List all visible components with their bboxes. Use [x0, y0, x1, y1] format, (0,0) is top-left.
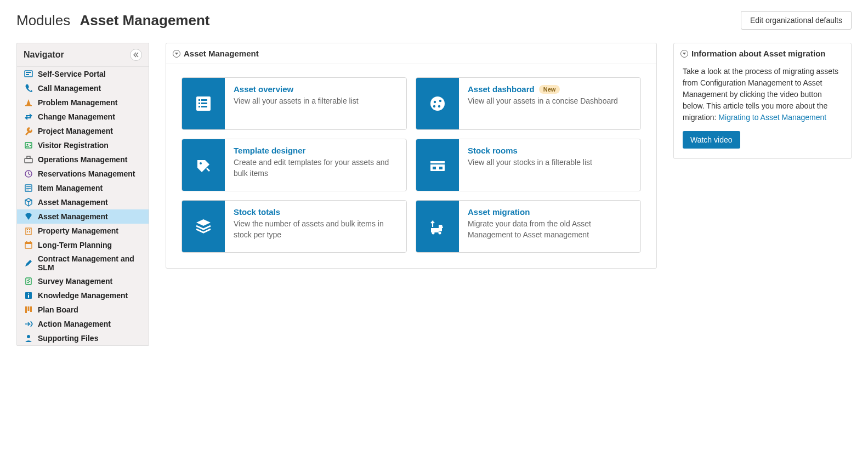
svg-point-51 [432, 232, 435, 235]
sidebar-item-asset-management[interactable]: Asset Management [17, 209, 149, 224]
sidebar-item-asset-management[interactable]: Asset Management [17, 195, 149, 209]
sidebar-item-operations-management[interactable]: Operations Management [17, 152, 149, 167]
card-body: Stock roomsView all your stocks in a fil… [459, 139, 601, 191]
breadcrumb: Modules Asset Management [16, 12, 209, 29]
sidebar-item-change-management[interactable]: Change Management [17, 110, 149, 124]
cone-icon [24, 98, 33, 107]
card-asset-migration[interactable]: Asset migrationMigrate your data from th… [416, 200, 641, 253]
card-desc: View all your assets in a filterable lis… [234, 96, 359, 107]
sidebar-item-self-service-portal[interactable]: Self-Service Portal [17, 67, 149, 81]
card-title: Asset overview [234, 84, 359, 94]
svg-rect-12 [26, 186, 31, 187]
cube-icon [24, 197, 33, 207]
chevron-double-left-icon [133, 52, 139, 58]
panel-header[interactable]: Asset Management [166, 43, 656, 64]
svg-rect-9 [27, 156, 30, 158]
svg-rect-37 [198, 106, 200, 107]
card-title: Stock rooms [468, 146, 592, 155]
svg-rect-21 [25, 242, 32, 244]
svg-rect-3 [25, 105, 32, 106]
info-icon [24, 291, 33, 300]
panel-title: Asset Management [184, 49, 259, 58]
sidebar-item-label: Long-Term Planning [38, 241, 112, 249]
svg-rect-18 [27, 231, 28, 232]
survey-icon [24, 276, 33, 286]
sidebar-item-action-management[interactable]: Action Management [17, 317, 149, 331]
sidebar-header: Navigator [17, 43, 149, 67]
sidebar-item-project-management[interactable]: Project Management [17, 124, 149, 138]
card-title-text: Stock rooms [468, 146, 518, 155]
sidebar-item-label: Item Management [38, 184, 103, 192]
sidebar-item-problem-management[interactable]: Problem Management [17, 95, 149, 110]
svg-rect-23 [30, 241, 31, 243]
svg-point-44 [200, 162, 202, 164]
sidebar-item-label: Operations Management [38, 155, 127, 164]
svg-rect-22 [26, 241, 27, 243]
info-panel: Information about Asset migration Take a… [673, 43, 852, 159]
card-template-designer[interactable]: Template designerCreate and edit templat… [181, 139, 407, 191]
sidebar-item-label: Asset Management [38, 198, 108, 207]
sidebar-item-label: Self-Service Portal [38, 70, 106, 78]
svg-rect-2 [26, 74, 29, 75]
sidebar-item-survey-management[interactable]: Survey Management [17, 274, 149, 288]
sidebar-item-label: Visitor Registration [38, 141, 109, 150]
collapse-triangle-icon [173, 50, 180, 58]
svg-rect-17 [29, 229, 30, 230]
template-icon [182, 139, 225, 191]
svg-point-43 [433, 105, 435, 107]
sidebar-item-label: Supporting Files [38, 334, 98, 343]
card-title: Stock totals [234, 207, 398, 217]
svg-rect-6 [30, 144, 31, 144]
card-title: Asset dashboardNew [468, 84, 618, 94]
card-title: Asset migration [468, 207, 632, 217]
sidebar-item-reservations-management[interactable]: Reservations Management [17, 167, 149, 181]
svg-rect-30 [30, 306, 32, 312]
info-panel-title: Information about Asset migration [691, 49, 825, 58]
portal-icon [24, 69, 33, 79]
sidebar-item-label: Call Management [38, 84, 101, 93]
card-asset-dashboard[interactable]: Asset dashboardNewView all your assets i… [416, 77, 641, 130]
action-icon [24, 319, 33, 329]
collapse-sidebar-button[interactable] [130, 49, 142, 61]
sidebar-item-long-term-planning[interactable]: Long-Term Planning [17, 238, 149, 252]
svg-rect-29 [28, 306, 30, 311]
building-icon [24, 226, 33, 236]
sidebar-item-label: Survey Management [38, 277, 112, 286]
cards-grid: Asset overviewView all your assets in a … [166, 64, 656, 268]
svg-rect-36 [201, 103, 207, 104]
migration-article-link[interactable]: Migrating to Asset Management [718, 113, 826, 122]
sidebar-item-label: Knowledge Management [38, 291, 128, 300]
calendar-icon [24, 240, 33, 250]
sidebar-title: Navigator [24, 50, 64, 60]
info-panel-header[interactable]: Information about Asset migration [674, 43, 851, 60]
card-desc: Migrate your data from the old Asset Man… [468, 219, 632, 240]
card-stock-rooms[interactable]: Stock roomsView all your stocks in a fil… [416, 139, 641, 191]
visitor-icon [24, 140, 33, 150]
card-title-text: Asset migration [468, 207, 530, 217]
sidebar-item-visitor-registration[interactable]: Visitor Registration [17, 138, 149, 152]
wrench-icon [24, 126, 33, 136]
svg-point-5 [27, 144, 29, 146]
sidebar-item-property-management[interactable]: Property Management [17, 224, 149, 238]
card-desc: View the number of assets and bulk items… [234, 219, 398, 240]
sidebar-item-knowledge-management[interactable]: Knowledge Management [17, 288, 149, 303]
sidebar-item-label: Plan Board [38, 305, 78, 314]
card-body: Asset overviewView all your assets in a … [225, 78, 367, 129]
card-title-text: Stock totals [234, 207, 280, 217]
watch-video-button[interactable]: Watch video [683, 131, 740, 149]
sidebar-item-call-management[interactable]: Call Management [17, 81, 149, 95]
sidebar-item-label: Reservations Management [38, 169, 135, 178]
breadcrumb-level-1[interactable]: Modules [16, 12, 70, 29]
svg-rect-13 [26, 188, 31, 189]
card-title: Template designer [234, 146, 398, 155]
card-asset-overview[interactable]: Asset overviewView all your assets in a … [181, 77, 407, 130]
sidebar-item-item-management[interactable]: Item Management [17, 181, 149, 195]
sidebar-item-plan-board[interactable]: Plan Board [17, 303, 149, 317]
card-stock-totals[interactable]: Stock totalsView the number of assets an… [181, 200, 407, 253]
sidebar-item-supporting-files[interactable]: Supporting Files [17, 331, 149, 345]
item-icon [24, 183, 33, 193]
nav-list: Self-Service PortalCall ManagementProble… [17, 67, 149, 345]
edit-organizational-defaults-button[interactable]: Edit organizational defaults [741, 11, 852, 30]
sidebar-item-contract-management-and-slm[interactable]: Contract Management and SLM [17, 252, 149, 274]
svg-rect-8 [25, 158, 32, 163]
